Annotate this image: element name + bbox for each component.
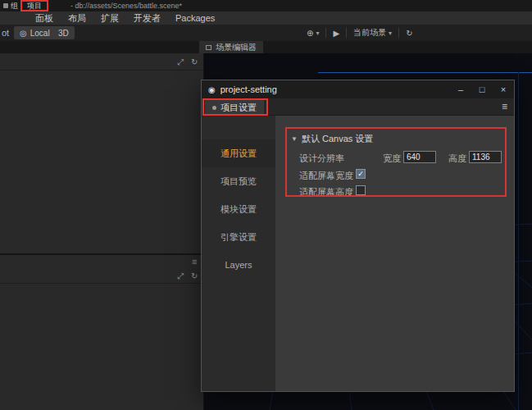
toolbar-right-group: ⊕ ▾ ▶ 当前场景 ▾ ↻ — [300, 25, 420, 41]
refresh-icon: ↻ — [406, 29, 412, 38]
play-button[interactable]: ▶ — [326, 25, 346, 41]
cocos-logo-icon: ◉ — [208, 85, 216, 94]
window-title: - db://assets/Scenes/battle.scene* — [70, 0, 182, 11]
settings-sidebar: 通用设置 项目预览 模块设置 引擎设置 Layers — [202, 116, 275, 391]
menu-item-packages[interactable]: Packages — [168, 11, 222, 25]
canvas-guide-line-horizontal — [318, 72, 532, 73]
window-titlebar: 组 项目 - db://assets/Scenes/battle.scene* — [0, 0, 532, 11]
minimize-button[interactable]: – — [450, 80, 471, 98]
refresh-icon[interactable]: ↻ — [191, 57, 198, 67]
sidebar-item-project-preview[interactable]: 项目预览 — [202, 167, 275, 195]
hierarchy-panel: ⤢ ↻ — [0, 53, 203, 253]
dialog-body: 通用设置 项目预览 模块设置 引擎设置 Layers ▼ 默认 Canvas 设… — [202, 116, 514, 391]
dialog-titlebar[interactable]: ◉ project-setting – □ × — [202, 80, 514, 98]
pivot-mode-label[interactable]: ot — [2, 25, 9, 41]
scene-select-dropdown[interactable]: 当前场景 ▾ — [347, 25, 398, 41]
editor-window: 组 项目 - db://assets/Scenes/battle.scene* … — [0, 0, 532, 410]
annotation-box-project-menu: 项目 — [20, 0, 48, 11]
sidebar-item-engine-settings[interactable]: 引擎设置 — [202, 223, 275, 251]
mode-3d-button[interactable]: 3D — [52, 26, 75, 39]
editor-tabbar: 场景编辑器 — [0, 41, 532, 53]
sidebar-item-general-settings[interactable]: 通用设置 — [202, 139, 275, 167]
menu-item-layout[interactable]: 布局 — [61, 11, 93, 25]
annotation-box-settings-tab — [202, 98, 268, 116]
mode-3d-label: 3D — [58, 29, 69, 38]
sidebar-item-module-settings[interactable]: 模块设置 — [202, 195, 275, 223]
globe-icon: ◎ — [20, 29, 27, 38]
menu-item-extension[interactable]: 扩展 — [93, 11, 126, 25]
menu-item-panel[interactable]: 面板 — [28, 11, 61, 25]
close-button[interactable]: × — [493, 80, 514, 98]
chevron-down-icon: ▾ — [316, 30, 319, 37]
annotation-box-canvas-settings — [285, 127, 507, 197]
chevron-down-icon: ▾ — [389, 30, 392, 37]
assets-panel: ≡ ⤢ ↻ — [0, 255, 203, 410]
expand-icon[interactable]: ⤢ — [177, 57, 184, 67]
sidebar-item-layers[interactable]: Layers — [202, 251, 275, 279]
app-icon — [3, 3, 8, 8]
menu-item-developer[interactable]: 开发者 — [126, 11, 168, 25]
hamburger-menu-icon[interactable]: ≡ — [502, 98, 507, 116]
scene-tab-icon — [206, 45, 211, 50]
browser-icon: ⊕ — [307, 29, 313, 38]
refresh-button[interactable]: ↻ — [399, 25, 419, 41]
dialog-tabstrip: 项目设置 ≡ — [202, 98, 514, 116]
scene-tab-label: 场景编辑器 — [216, 42, 257, 53]
window-controls: – □ × — [450, 80, 514, 98]
preview-target-button[interactable]: ⊕ ▾ — [300, 25, 325, 41]
panel-divider — [0, 283, 203, 284]
local-coords-button[interactable]: ◎ Local — [14, 26, 56, 39]
project-setting-dialog: ◉ project-setting – □ × 项目设置 ≡ 通用设置 项目预览… — [201, 80, 515, 392]
settings-content: ▼ 默认 Canvas 设置 设计分辨率 宽度 高度 适配屏幕宽度 ✓ 适配屏幕… — [275, 116, 514, 391]
expand-icon[interactable]: ⤢ — [177, 271, 184, 281]
maximize-button[interactable]: □ — [471, 80, 493, 98]
menu-item-group[interactable]: 组 — [11, 0, 18, 11]
local-coords-label: Local — [30, 29, 50, 38]
toolbar: ot ◎ Local 3D ⊕ ▾ ▶ 当前场景 ▾ ↻ — [0, 25, 532, 41]
tab-scene-editor[interactable]: 场景编辑器 — [199, 41, 263, 53]
scene-select-value: 当前场景 — [353, 27, 386, 39]
refresh-icon[interactable]: ↻ — [191, 271, 198, 281]
play-icon: ▶ — [333, 29, 339, 38]
dialog-title: project-setting — [221, 84, 277, 94]
menu-bar: 面板 布局 扩展 开发者 Packages — [0, 11, 532, 25]
panel-menu-icon[interactable]: ≡ — [192, 257, 197, 266]
menu-item-project[interactable]: 项目 — [22, 2, 47, 10]
panel-divider — [0, 70, 203, 71]
